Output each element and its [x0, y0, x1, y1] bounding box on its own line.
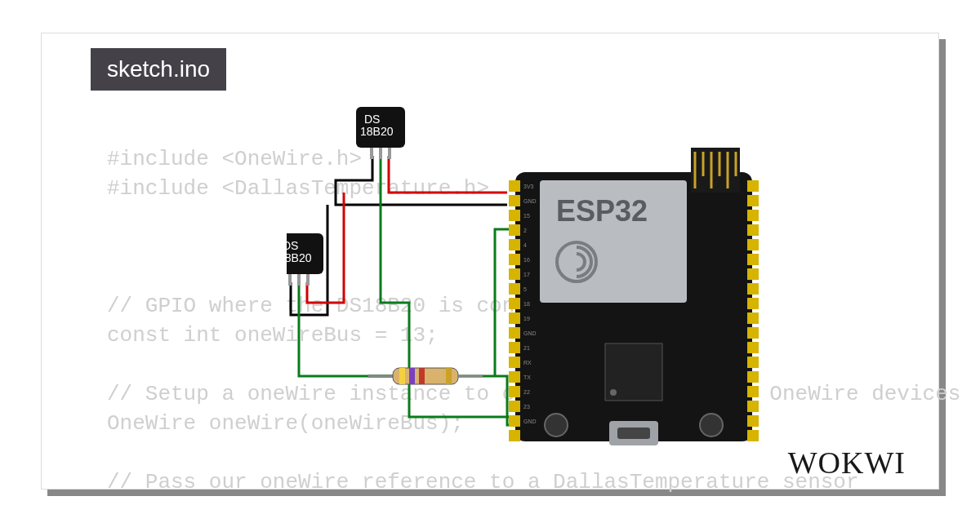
svg-text:RX: RX — [523, 360, 532, 366]
esp32-board[interactable]: ESP32 3V3GND1524161751819GND21 — [509, 148, 759, 445]
svg-rect-30 — [509, 386, 520, 397]
svg-rect-17 — [509, 195, 520, 206]
svg-text:15: 15 — [523, 213, 530, 219]
svg-rect-58 — [617, 428, 650, 439]
sensor-label: DS — [287, 239, 298, 252]
svg-rect-23 — [509, 283, 520, 295]
svg-rect-34 — [747, 180, 759, 192]
svg-text:18: 18 — [523, 301, 530, 307]
svg-text:2: 2 — [523, 228, 527, 233]
svg-rect-37 — [747, 224, 759, 236]
svg-rect-20 — [509, 239, 520, 250]
svg-rect-41 — [747, 283, 759, 295]
code-line: // Pass our oneWire reference to a Dalla… — [107, 470, 859, 494]
ds18b20-sensor[interactable]: DS 18B20 — [356, 107, 405, 159]
svg-rect-38 — [747, 239, 759, 250]
svg-rect-36 — [747, 210, 759, 221]
svg-rect-16 — [509, 180, 520, 192]
svg-rect-12 — [419, 368, 425, 384]
svg-rect-24 — [509, 298, 520, 309]
svg-rect-26 — [509, 327, 520, 339]
svg-text:3V3: 3V3 — [523, 184, 534, 189]
svg-rect-44 — [747, 327, 759, 339]
svg-rect-39 — [747, 254, 759, 265]
svg-rect-10 — [399, 368, 405, 384]
svg-text:5: 5 — [523, 286, 527, 292]
file-tab-label: sketch.ino — [107, 56, 210, 82]
svg-point-56 — [610, 389, 617, 396]
svg-text:22: 22 — [523, 389, 530, 395]
svg-rect-46 — [747, 357, 759, 368]
svg-rect-51 — [747, 430, 759, 441]
wokwi-logo: WOKWI — [788, 445, 906, 481]
preview-card: sketch.ino #include <OneWire.h> #include… — [41, 33, 939, 490]
svg-rect-31 — [509, 401, 520, 412]
sensor-label: 18B20 — [360, 125, 394, 138]
boot-button[interactable] — [700, 414, 723, 436]
svg-rect-18 — [509, 210, 520, 221]
svg-rect-6 — [297, 274, 301, 286]
resistor[interactable] — [368, 368, 483, 384]
svg-rect-40 — [747, 268, 759, 280]
svg-rect-48 — [747, 386, 759, 397]
svg-rect-28 — [509, 357, 520, 368]
svg-text:4: 4 — [523, 242, 527, 248]
svg-rect-11 — [409, 368, 415, 384]
svg-rect-7 — [306, 274, 310, 286]
svg-rect-5 — [288, 274, 292, 286]
svg-rect-32 — [509, 415, 520, 427]
svg-rect-49 — [747, 401, 759, 412]
en-button[interactable] — [545, 414, 568, 436]
svg-text:GND: GND — [523, 330, 537, 336]
sensor-label: 18B20 — [287, 251, 312, 264]
svg-rect-35 — [747, 195, 759, 206]
svg-rect-21 — [509, 254, 520, 265]
file-tab[interactable]: sketch.ino — [91, 48, 226, 91]
svg-rect-42 — [747, 298, 759, 309]
logo-text: WOKWI — [788, 445, 906, 480]
svg-rect-43 — [747, 312, 759, 324]
svg-text:19: 19 — [523, 316, 530, 321]
svg-text:TX: TX — [523, 374, 531, 380]
svg-rect-45 — [747, 342, 759, 353]
ds18b20-sensor[interactable]: DS 18B20 — [287, 233, 323, 286]
svg-rect-27 — [509, 342, 520, 353]
svg-text:GND: GND — [523, 198, 537, 204]
svg-rect-54 — [691, 148, 740, 193]
svg-rect-22 — [509, 268, 520, 280]
svg-rect-50 — [747, 415, 759, 427]
svg-rect-1 — [370, 148, 373, 159]
svg-rect-13 — [446, 368, 452, 384]
svg-text:23: 23 — [523, 404, 530, 410]
svg-rect-19 — [509, 224, 520, 236]
svg-rect-25 — [509, 312, 520, 324]
board-label: ESP32 — [556, 194, 648, 228]
svg-rect-3 — [388, 148, 391, 159]
svg-rect-2 — [379, 148, 382, 159]
sensor-label: DS — [364, 113, 380, 126]
svg-text:17: 17 — [523, 272, 530, 277]
svg-text:16: 16 — [523, 257, 530, 263]
circuit-diagram[interactable]: DS 18B20 DS 18B20 — [287, 99, 793, 466]
svg-text:GND: GND — [523, 419, 537, 424]
svg-rect-29 — [509, 371, 520, 383]
svg-text:21: 21 — [523, 345, 530, 351]
svg-rect-33 — [509, 430, 520, 441]
svg-rect-47 — [747, 371, 759, 383]
